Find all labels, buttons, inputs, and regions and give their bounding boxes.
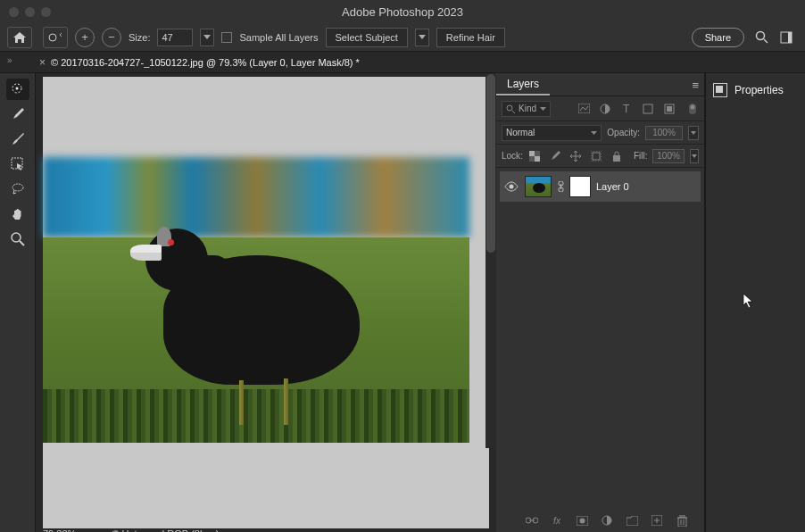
opacity-label: Opacity: — [607, 128, 640, 137]
blend-mode-dropdown[interactable]: Normal — [502, 125, 602, 141]
status-bar: 79.33% © Untagged RGB (8bpc) — [43, 528, 219, 532]
new-group-icon[interactable] — [626, 514, 638, 527]
svg-point-1 — [756, 32, 764, 40]
add-mask-icon[interactable] — [576, 514, 588, 527]
layer-mask-thumbnail[interactable] — [569, 176, 591, 197]
svg-line-2 — [764, 39, 768, 43]
svg-rect-45 — [680, 515, 685, 517]
document-tab-title: © 20170316-204727-_1050122.jpg @ 79.3% (… — [51, 57, 360, 68]
svg-rect-16 — [643, 104, 652, 113]
svg-point-11 — [507, 105, 512, 111]
svg-rect-22 — [535, 156, 540, 162]
layers-panel: Layers ≡ Kind T — [496, 73, 705, 532]
minimize-window-icon[interactable] — [25, 7, 35, 17]
layer-thumbnail[interactable] — [525, 176, 552, 197]
svg-point-28 — [510, 185, 514, 189]
opacity-input[interactable]: 100% — [645, 126, 683, 140]
svg-rect-25 — [593, 153, 600, 160]
vertical-scrollbar[interactable] — [485, 73, 496, 448]
hand-tool[interactable] — [6, 204, 29, 225]
svg-rect-23 — [535, 151, 540, 156]
svg-text:T: T — [623, 104, 630, 113]
svg-rect-24 — [529, 156, 535, 162]
lock-artboard-icon[interactable] — [590, 150, 602, 162]
new-layer-icon[interactable] — [651, 514, 663, 527]
adjustment-layer-icon[interactable] — [601, 514, 613, 527]
document-canvas[interactable] — [43, 77, 489, 528]
brush-size-input[interactable] — [157, 29, 193, 46]
panel-menu-icon[interactable]: ≡ — [692, 79, 699, 92]
svg-rect-4 — [788, 32, 792, 43]
svg-rect-18 — [667, 106, 672, 112]
right-collapsed-panels: Properties — [705, 73, 805, 532]
visibility-toggle-icon[interactable] — [503, 179, 519, 195]
properties-panel-tab[interactable]: Properties — [706, 77, 805, 104]
svg-point-6 — [15, 87, 18, 90]
canvas-area: 79.33% © Untagged RGB (8bpc) — [36, 73, 496, 532]
filter-shape-icon[interactable] — [642, 103, 654, 115]
svg-rect-21 — [529, 151, 535, 156]
refine-hair-button[interactable]: Refine Hair — [436, 28, 505, 47]
sample-all-layers-checkbox[interactable] — [221, 32, 232, 43]
home-button[interactable] — [7, 27, 32, 48]
mask-link-icon[interactable] — [557, 180, 564, 193]
svg-line-10 — [20, 241, 24, 245]
zoom-tool[interactable] — [6, 229, 29, 250]
title-bar: Adobe Photoshop 2023 — [0, 0, 805, 23]
object-selection-tool[interactable] — [6, 154, 29, 175]
zoom-level[interactable]: 79.33% — [43, 528, 76, 532]
lock-image-icon[interactable] — [549, 150, 561, 162]
layers-tab[interactable]: Layers — [496, 73, 550, 96]
photo-content — [43, 157, 469, 443]
properties-icon — [713, 83, 727, 97]
subtract-selection-button[interactable]: − — [102, 28, 121, 47]
layer-name[interactable]: Layer 0 — [596, 181, 629, 192]
document-tab-bar: » × © 20170316-204727-_1050122.jpg @ 79.… — [0, 52, 805, 73]
fill-input[interactable]: 100% — [652, 149, 684, 163]
lock-transparency-icon[interactable] — [528, 150, 541, 162]
fill-label: Fill: — [634, 151, 648, 161]
filter-adjustment-icon[interactable] — [599, 103, 611, 115]
delete-layer-icon[interactable] — [676, 514, 688, 527]
svg-line-12 — [512, 111, 515, 113]
layer-fx-icon[interactable]: fx — [551, 514, 563, 527]
size-label: Size: — [129, 32, 150, 43]
search-button[interactable] — [751, 28, 771, 47]
filter-smart-icon[interactable] — [663, 103, 676, 115]
layer-filter-kind-dropdown[interactable]: Kind — [502, 101, 551, 117]
maximize-window-icon[interactable] — [41, 7, 51, 17]
close-tab-icon[interactable]: × — [39, 56, 46, 69]
share-button[interactable]: Share — [692, 28, 744, 47]
fill-dropdown[interactable] — [690, 149, 699, 163]
color-profile-label: © Untagged RGB (8bpc) — [112, 528, 219, 532]
lasso-tool[interactable] — [6, 179, 29, 200]
svg-point-9 — [12, 233, 21, 242]
size-dropdown-button[interactable] — [200, 29, 214, 46]
opacity-dropdown[interactable] — [688, 126, 699, 140]
options-bar: + − Size: Sample All Layers Select Subje… — [0, 23, 805, 52]
quick-selection-tool[interactable] — [6, 79, 29, 100]
select-subject-dropdown[interactable] — [415, 29, 429, 46]
window-controls — [9, 7, 51, 17]
layer-row[interactable]: Layer 0 — [500, 171, 701, 202]
filter-pixel-icon[interactable] — [577, 103, 590, 115]
lock-all-icon[interactable] — [610, 150, 623, 162]
paintbrush-tool[interactable] — [6, 129, 29, 150]
select-subject-button[interactable]: Select Subject — [326, 28, 408, 47]
svg-rect-27 — [613, 155, 620, 162]
svg-point-0 — [49, 34, 56, 41]
link-layers-icon[interactable] — [526, 514, 538, 527]
brush-tool[interactable] — [6, 104, 29, 125]
svg-point-36 — [579, 518, 585, 523]
svg-rect-41 — [678, 518, 686, 527]
workspace-switcher-button[interactable] — [778, 28, 798, 47]
lock-position-icon[interactable] — [569, 150, 582, 162]
filter-toggle-icon[interactable] — [686, 103, 699, 115]
close-window-icon[interactable] — [9, 7, 19, 17]
brush-preview-button[interactable] — [43, 27, 68, 48]
expand-toolbox-icon[interactable]: » — [7, 55, 12, 65]
add-selection-button[interactable]: + — [75, 28, 95, 47]
sample-all-layers-label: Sample All Layers — [239, 32, 318, 43]
document-tab[interactable]: × © 20170316-204727-_1050122.jpg @ 79.3%… — [39, 53, 360, 72]
filter-type-icon[interactable]: T — [620, 103, 633, 115]
